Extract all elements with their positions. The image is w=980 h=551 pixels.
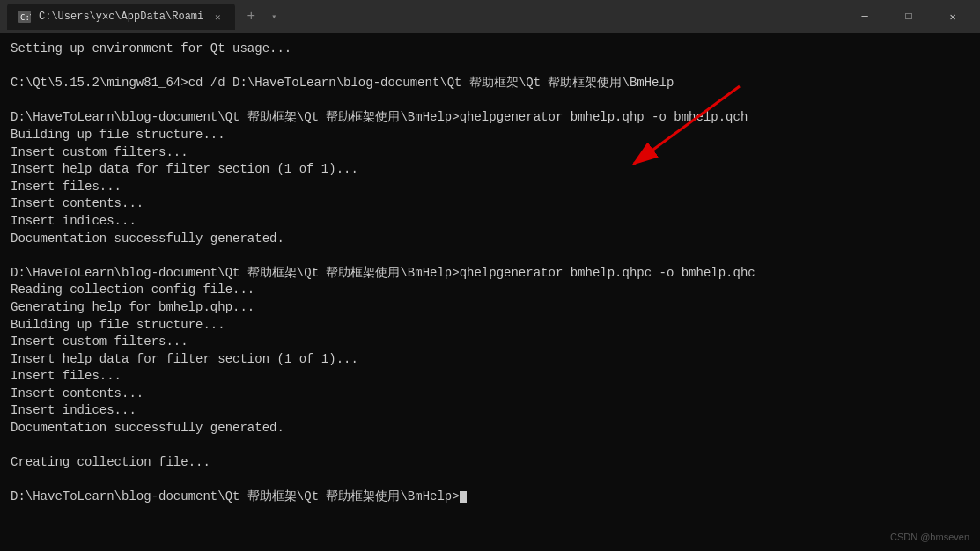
terminal-window: C:\ C:\Users\yxc\AppData\Roami ✕ + ▾ ─ □…	[0, 0, 980, 551]
maximize-button[interactable]: □	[888, 4, 929, 30]
title-bar: C:\ C:\Users\yxc\AppData\Roami ✕ + ▾ ─ □…	[0, 0, 980, 33]
tab-dropdown-button[interactable]: ▾	[263, 6, 284, 27]
new-tab-button[interactable]: +	[239, 4, 263, 29]
watermark-text: CSDN @bmseven	[890, 531, 969, 544]
minimize-button[interactable]: ─	[844, 4, 885, 30]
tab-title: C:\Users\yxc\AppData\Roami	[39, 11, 203, 23]
tab-close-button[interactable]: ✕	[210, 10, 225, 24]
svg-text:C:\: C:\	[20, 13, 31, 22]
terminal-output: Setting up environment for Qt usage... C…	[11, 40, 969, 506]
tab-area: C:\ C:\Users\yxc\AppData\Roami ✕ + ▾	[7, 4, 844, 30]
active-tab[interactable]: C:\ C:\Users\yxc\AppData\Roami ✕	[7, 4, 235, 30]
close-button[interactable]: ✕	[932, 4, 973, 30]
terminal-body[interactable]: Setting up environment for Qt usage... C…	[0, 33, 980, 551]
terminal-cursor	[460, 491, 467, 503]
terminal-icon: C:\	[18, 10, 32, 24]
window-controls: ─ □ ✕	[844, 4, 973, 30]
